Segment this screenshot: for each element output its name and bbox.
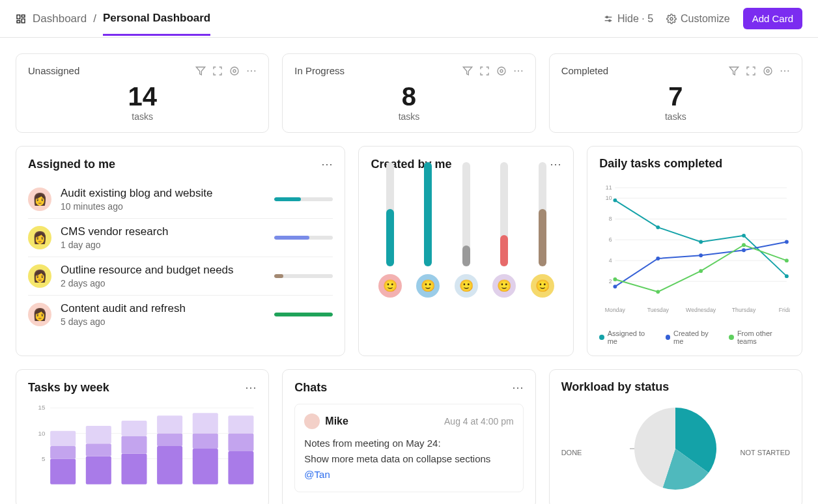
svg-rect-57	[50, 446, 76, 459]
avatar	[304, 413, 320, 429]
more-icon[interactable]: ⋯	[513, 64, 524, 77]
dashboard-icon	[16, 14, 26, 24]
pie-chart	[630, 403, 721, 494]
svg-rect-70	[193, 413, 218, 433]
chat-time: Aug 4 at 4:00 pm	[444, 416, 514, 427]
task-row[interactable]: 👩 Outline resource and budget needs 2 da…	[28, 257, 333, 295]
task-row[interactable]: 👩 CMS vendor research 1 day ago	[28, 218, 333, 257]
svg-text:4: 4	[609, 257, 612, 264]
svg-rect-71	[228, 451, 253, 484]
stat-unit: tasks	[28, 111, 257, 122]
expand-icon[interactable]	[746, 66, 756, 76]
card-workload-by-status: Workload by status DONE NOT STARTED	[549, 369, 802, 504]
svg-rect-64	[121, 421, 147, 436]
vbar: 🙂	[455, 162, 478, 298]
line-chart: 24681011MondayTuesdayWednesdayThursdayFr…	[599, 180, 790, 323]
svg-rect-69	[193, 434, 218, 449]
stat-unassigned: Unassigned ⋯ 14 tasks	[16, 53, 269, 133]
stat-completed: Completed ⋯ 7 tasks	[549, 53, 802, 133]
svg-point-39	[785, 274, 789, 278]
task-time: 1 day ago	[61, 240, 265, 250]
task-row[interactable]: 👩 Audit existing blog and website 10 min…	[28, 180, 333, 218]
gear-icon[interactable]	[763, 66, 773, 76]
svg-point-10	[233, 70, 236, 72]
avatar[interactable]: 🙂	[492, 274, 516, 298]
chat-message[interactable]: Mike Aug 4 at 4:00 pm Notes from meeting…	[294, 404, 523, 492]
expand-icon[interactable]	[212, 66, 223, 76]
avatar[interactable]: 🙂	[455, 274, 478, 298]
svg-point-44	[785, 240, 789, 244]
content: Unassigned ⋯ 14 tasks In Progress ⋯	[0, 38, 818, 504]
bottom-row: Tasks by week ⋯ 51015 Chats ⋯ Mike Aug 4…	[16, 369, 802, 504]
progress-bar	[274, 274, 333, 278]
task-title: Outline resource and budget needs	[61, 264, 265, 277]
more-icon[interactable]: ⋯	[321, 157, 333, 171]
svg-text:Friday: Friday	[779, 307, 790, 313]
svg-rect-0	[17, 15, 20, 19]
task-row[interactable]: 👩 Content audit and refresh 5 days ago	[28, 295, 333, 333]
svg-marker-15	[729, 67, 738, 75]
stat-title: In Progress	[294, 65, 462, 76]
card-created-by-me: Created by me ⋯ 🙂 🙂 🙂 🙂 🙂	[358, 146, 574, 356]
expand-icon[interactable]	[479, 66, 490, 76]
stat-in-progress: In Progress ⋯ 8 tasks	[282, 53, 535, 133]
created-bars-chart: 🙂 🙂 🙂 🙂 🙂	[371, 180, 561, 304]
svg-marker-12	[463, 67, 472, 75]
svg-rect-1	[21, 15, 25, 17]
vbar: 🙂	[416, 162, 440, 298]
svg-point-13	[500, 70, 503, 72]
more-icon[interactable]: ⋯	[512, 380, 524, 395]
svg-point-17	[764, 67, 772, 75]
filter-icon[interactable]	[729, 66, 739, 76]
task-title: Audit existing blog and website	[61, 187, 265, 200]
card-daily-tasks: Daily tasks completed 24681011MondayTues…	[587, 146, 802, 356]
card-chats: Chats ⋯ Mike Aug 4 at 4:00 pm Notes from…	[282, 369, 535, 504]
customize-button[interactable]: Customize	[666, 13, 730, 25]
svg-point-35	[614, 199, 617, 203]
hide-label: Hide · 5	[617, 13, 653, 25]
svg-text:2: 2	[609, 278, 612, 285]
gear-icon[interactable]	[229, 66, 240, 76]
legend-item: From other teams	[729, 329, 790, 345]
svg-rect-72	[228, 434, 253, 451]
avatar[interactable]: 🙂	[531, 274, 554, 298]
more-icon[interactable]: ⋯	[245, 380, 257, 395]
svg-text:10: 10	[606, 195, 612, 201]
svg-point-46	[656, 290, 660, 294]
more-icon[interactable]: ⋯	[780, 64, 790, 77]
breadcrumb-current[interactable]: Personal Dashboard	[103, 12, 210, 36]
svg-point-36	[656, 225, 660, 229]
svg-rect-65	[157, 446, 182, 484]
task-info: Content audit and refresh 5 days ago	[61, 302, 265, 327]
svg-rect-59	[86, 456, 111, 484]
chat-author: Mike	[325, 415, 439, 427]
avatar[interactable]: 🙂	[378, 274, 402, 298]
stat-count: 14	[28, 82, 257, 111]
svg-point-38	[742, 234, 746, 238]
svg-rect-68	[193, 449, 218, 484]
task-info: CMS vendor research 1 day ago	[61, 225, 265, 250]
svg-text:Tuesday: Tuesday	[647, 307, 670, 313]
gear-icon[interactable]	[496, 66, 507, 76]
svg-point-43	[742, 248, 746, 252]
more-icon[interactable]: ⋯	[246, 64, 257, 77]
svg-text:6: 6	[609, 236, 612, 243]
breadcrumb-root[interactable]: Dashboard	[33, 12, 87, 25]
stat-unit: tasks	[561, 111, 790, 122]
svg-rect-63	[121, 436, 147, 454]
progress-bar	[274, 313, 333, 316]
avatar: 👩	[28, 264, 51, 288]
hide-button[interactable]: Hide · 5	[603, 13, 653, 25]
card-title: Assigned to me	[28, 158, 321, 171]
task-time: 2 days ago	[61, 278, 265, 288]
card-title: Workload by status	[561, 380, 790, 394]
svg-point-48	[742, 243, 746, 247]
card-title: Chats	[294, 381, 511, 395]
add-card-button[interactable]: Add Card	[743, 8, 802, 29]
filter-icon[interactable]	[195, 66, 206, 76]
svg-rect-66	[157, 434, 182, 447]
mention[interactable]: @Tan	[304, 467, 513, 483]
avatar[interactable]: 🙂	[416, 274, 440, 298]
filter-icon[interactable]	[462, 66, 473, 76]
chart-legend: Assigned to meCreated by meFrom other te…	[599, 329, 790, 345]
